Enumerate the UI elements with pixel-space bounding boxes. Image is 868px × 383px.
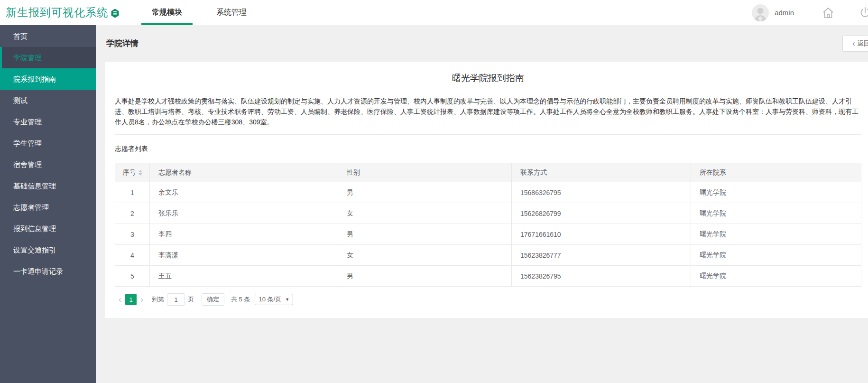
back-button[interactable]: ‹ 返回 (842, 36, 868, 52)
column-header: 序号 (115, 163, 150, 182)
page-title: 学院详情 (106, 38, 139, 49)
detail-description: 人事处是学校人才强校政策的贯彻与落实、队伍建设规划的制定与实施、人力人才资源的开… (115, 96, 861, 127)
table-row: 4李潇潇女15623826777曙光学院 (115, 245, 861, 266)
back-button-label: 返回 (857, 39, 868, 48)
sidebar-item[interactable]: 一卡通申请记录 (0, 261, 96, 282)
next-page-button[interactable]: › (137, 294, 147, 305)
content-header: 学院详情 ‹ 返回 (96, 25, 868, 62)
page-number-button[interactable]: 1 (125, 294, 137, 305)
column-header: 所在院系 (691, 163, 861, 182)
sidebar-item[interactable]: 志愿者管理 (0, 196, 96, 218)
user-silhouette-icon (752, 4, 769, 21)
table-cell: 李四 (150, 224, 338, 245)
sidebar-item[interactable]: 设置交通指引 (0, 239, 96, 261)
prev-page-button[interactable]: ‹ (115, 294, 125, 305)
table-cell: 2 (115, 203, 150, 224)
sidebar-item[interactable]: 基础信息管理 (0, 175, 96, 196)
tab-general-module[interactable]: 常规模块 (141, 0, 193, 25)
sidebar-item[interactable]: 学生管理 (0, 132, 96, 154)
sidebar-item[interactable]: 测试 (0, 90, 96, 111)
pagination-bar: ‹ 1 › 到第 页 确定 共 5 条 10 条/页 ▼ (115, 293, 861, 306)
table-row: 5王五男15623826795曙光学院 (115, 266, 861, 287)
table-cell: 女 (338, 245, 512, 266)
table-cell: 3 (115, 224, 150, 245)
avatar[interactable] (752, 4, 769, 21)
section-divider (115, 134, 861, 135)
top-navbar: 新生报到可视化系统 常规模块 系统管理 admin (0, 0, 868, 25)
table-cell: 15623826795 (512, 266, 691, 287)
page-size-select[interactable]: 10 条/页 ▼ (255, 294, 293, 305)
table-cell: 余文乐 (150, 182, 338, 203)
content-area: 学院详情 ‹ 返回 曙光学院报到指南 人事处是学校人才强校政策的贯彻与落实、队伍… (96, 25, 868, 383)
table-cell: 男 (338, 266, 512, 287)
table-cell: 男 (338, 182, 512, 203)
column-header: 志愿者名称 (150, 163, 338, 182)
navbar-user-area: admin (752, 4, 868, 21)
confirm-button[interactable]: 确定 (202, 293, 224, 306)
table-cell: 王五 (150, 266, 338, 287)
page-size-value: 10 条/页 (259, 295, 281, 304)
table-header-row: 序号志愿者名称性别联系方式所在院系 (115, 163, 861, 182)
app-root: 新生报到可视化系统 常规模块 系统管理 admin (0, 0, 868, 383)
sidebar-item[interactable]: 学院管理 (0, 47, 96, 68)
app-title: 新生报到可视化系统 (6, 5, 108, 20)
column-header: 联系方式 (512, 163, 691, 182)
chevron-left-icon: ‹ (852, 39, 855, 47)
hexagon-list-icon (111, 7, 120, 19)
table-body: 1余文乐男15686326795曙光学院2张乐乐女15626826799曙光学院… (115, 182, 861, 287)
goto-page-input[interactable] (167, 293, 185, 306)
table-cell: 曙光学院 (691, 245, 861, 266)
top-nav-tabs: 常规模块 系统管理 (141, 0, 257, 25)
table-cell: 15686326795 (512, 182, 691, 203)
table-cell: 5 (115, 266, 150, 287)
main-layout: 首页学院管理院系报到指南测试专业管理学生管理宿舍管理基础信息管理志愿者管理报到信… (0, 25, 868, 383)
username-label[interactable]: admin (775, 9, 794, 17)
table-cell: 曙光学院 (691, 203, 861, 224)
table-cell: 曙光学院 (691, 182, 861, 203)
table-cell: 4 (115, 245, 150, 266)
power-icon[interactable] (859, 6, 868, 19)
table-cell: 张乐乐 (150, 203, 338, 224)
tab-system-management[interactable]: 系统管理 (206, 0, 257, 25)
page-unit-label: 页 (188, 295, 194, 304)
home-icon[interactable] (822, 6, 835, 19)
table-cell: 15626826799 (512, 203, 691, 224)
sidebar-menu: 首页学院管理院系报到指南测试专业管理学生管理宿舍管理基础信息管理志愿者管理报到信… (0, 25, 96, 383)
sidebar-item[interactable]: 宿舍管理 (0, 154, 96, 175)
app-logo: 新生报到可视化系统 (0, 5, 120, 20)
sort-carets-icon[interactable] (139, 170, 142, 176)
table-cell: 男 (338, 224, 512, 245)
table-cell: 1 (115, 182, 150, 203)
total-count-label: 共 5 条 (231, 295, 250, 304)
detail-title: 曙光学院报到指南 (115, 72, 861, 84)
column-header: 性别 (338, 163, 512, 182)
table-cell: 曙光学院 (691, 224, 861, 245)
goto-label: 到第 (152, 295, 164, 304)
sidebar-item[interactable]: 报到信息管理 (0, 218, 96, 239)
table-row: 1余文乐男15686326795曙光学院 (115, 182, 861, 203)
table-row: 3李四男17671661610曙光学院 (115, 224, 861, 245)
table-cell: 曙光学院 (691, 266, 861, 287)
table-cell: 17671661610 (512, 224, 691, 245)
volunteer-table: 序号志愿者名称性别联系方式所在院系 1余文乐男15686326795曙光学院2张… (115, 163, 861, 287)
sidebar-item[interactable]: 专业管理 (0, 111, 96, 132)
table-cell: 女 (338, 203, 512, 224)
chevron-down-icon: ▼ (285, 297, 289, 302)
sidebar-item[interactable]: 首页 (0, 26, 96, 47)
volunteer-list-label: 志愿者列表 (115, 145, 861, 153)
sidebar-item[interactable]: 院系报到指南 (0, 68, 96, 90)
table-row: 2张乐乐女15626826799曙光学院 (115, 203, 861, 224)
table-cell: 15623826777 (512, 245, 691, 266)
table-cell: 李潇潇 (150, 245, 338, 266)
detail-card: 曙光学院报到指南 人事处是学校人才强校政策的贯彻与落实、队伍建设规划的制定与实施… (105, 62, 868, 318)
